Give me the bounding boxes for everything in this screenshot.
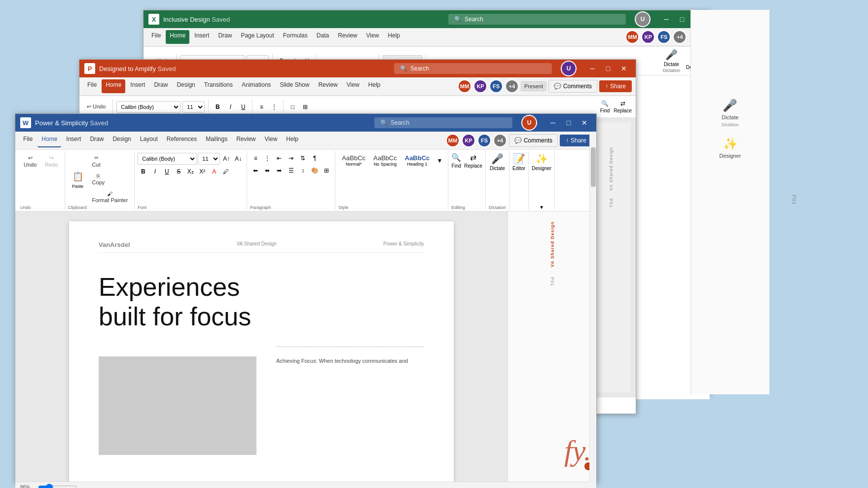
word-subscript-button[interactable]: X₂ xyxy=(185,166,196,177)
ppt-menu-view[interactable]: View xyxy=(343,79,363,93)
word-avatar-kp[interactable]: KP xyxy=(462,134,475,147)
word-menu-home[interactable]: Home xyxy=(37,134,61,147)
ppt-avatar-mm[interactable]: MM xyxy=(458,79,471,93)
word-pilcrow-button[interactable]: ¶ xyxy=(309,153,320,164)
word-styles-more[interactable]: ▼ xyxy=(434,155,445,166)
word-copy-button[interactable]: ⎘ Copy xyxy=(89,171,108,187)
word-menu-design[interactable]: Design xyxy=(108,134,135,147)
word-italic-button[interactable]: I xyxy=(149,166,160,177)
word-align-right[interactable]: ➡ xyxy=(274,165,285,176)
word-menu-review[interactable]: Review xyxy=(232,134,259,147)
excel-dictate-label[interactable]: Dictate xyxy=(664,62,679,67)
ppt-search-bar[interactable]: 🔍 Search xyxy=(394,63,552,74)
ppt-present-button[interactable]: Present xyxy=(521,81,546,91)
ppt-menu-review[interactable]: Review xyxy=(314,79,341,93)
replace-label[interactable]: Replace xyxy=(614,108,632,113)
ppt-underline-button[interactable]: U xyxy=(238,102,249,112)
word-menu-insert[interactable]: Insert xyxy=(62,134,85,147)
excel-menu-review[interactable]: Review xyxy=(334,30,361,44)
ppt-menu-design[interactable]: Design xyxy=(173,79,199,93)
word-scrollbar-thumb[interactable] xyxy=(591,147,596,187)
word-sort-button[interactable]: ⇅ xyxy=(297,153,308,164)
excel-menu-formulas[interactable]: Formulas xyxy=(279,30,312,44)
ppt-menu-slideshow[interactable]: Slide Show xyxy=(276,79,313,93)
find-label[interactable]: Find xyxy=(600,108,610,113)
ppt-font-selector[interactable]: Calibri (Body) xyxy=(116,101,181,113)
word-underline-button[interactable]: U xyxy=(161,166,172,177)
word-menu-layout[interactable]: Layout xyxy=(136,134,162,147)
word-bold-button[interactable]: B xyxy=(138,166,148,177)
word-share-button[interactable]: ↑Share xyxy=(560,135,592,146)
word-superscript-button[interactable]: X² xyxy=(197,166,208,177)
word-menu-draw[interactable]: Draw xyxy=(86,134,108,147)
excel-panel-designer[interactable]: ✨ Designer xyxy=(719,137,741,159)
word-shrink-font[interactable]: A↓ xyxy=(233,153,244,164)
ppt-menu-help[interactable]: Help xyxy=(364,79,385,93)
word-indent-button[interactable]: ⇥ xyxy=(286,153,296,164)
ppt-avatar-fs[interactable]: FS xyxy=(489,79,503,93)
word-menu-references[interactable]: References xyxy=(163,134,201,147)
ppt-avatar-kp[interactable]: KP xyxy=(473,79,487,93)
ppt-undo-button[interactable]: ↩ Undo xyxy=(83,102,109,112)
excel-menu-draw[interactable]: Draw xyxy=(214,30,236,44)
ppt-minimize-button[interactable]: ─ xyxy=(585,62,599,75)
ppt-share-button[interactable]: ↑Share xyxy=(599,80,632,92)
word-borders[interactable]: ⊞ xyxy=(321,165,332,176)
word-zoom-slider[interactable] xyxy=(38,485,77,488)
word-highlight-button[interactable]: 🖊 xyxy=(220,166,231,177)
word-grow-font[interactable]: A↑ xyxy=(221,153,232,164)
word-avatar-more[interactable]: +4 xyxy=(493,134,507,147)
word-replace-label[interactable]: Replace xyxy=(464,163,482,169)
ppt-menu-insert[interactable]: Insert xyxy=(126,79,149,93)
excel-panel-dictate[interactable]: 🎤 Dictate Dictation xyxy=(722,99,739,127)
excel-menu-home[interactable]: Home xyxy=(166,30,189,44)
word-menu-file[interactable]: File xyxy=(19,134,36,147)
ppt-bold-button[interactable]: B xyxy=(212,102,223,112)
word-editor-label[interactable]: Editor xyxy=(512,166,525,171)
ppt-close-button[interactable]: ✕ xyxy=(617,62,631,75)
word-font-selector[interactable]: Calibri (Body) xyxy=(138,153,197,165)
word-numbering-button[interactable]: ⋮ xyxy=(262,153,273,164)
word-scrollbar[interactable] xyxy=(589,132,596,483)
word-shading[interactable]: 🎨 xyxy=(309,165,320,176)
ppt-italic-button[interactable]: I xyxy=(225,102,236,112)
ppt-maximize-button[interactable]: □ xyxy=(601,62,615,75)
word-align-center[interactable]: ⬌ xyxy=(262,165,273,176)
word-align-left[interactable]: ⬅ xyxy=(250,165,261,176)
ppt-bullets-button[interactable]: ≡ xyxy=(256,102,267,112)
word-find-label[interactable]: Find xyxy=(452,163,461,169)
ppt-size-selector[interactable]: 11 xyxy=(182,101,205,113)
ppt-numbering-button[interactable]: ⋮ xyxy=(269,102,280,112)
word-redo-button[interactable]: ↪ Redo xyxy=(41,153,61,170)
word-bullets-button[interactable]: ≡ xyxy=(250,153,261,164)
word-close-button[interactable]: ✕ xyxy=(578,116,591,130)
word-size-selector[interactable]: 11 xyxy=(198,153,220,165)
maximize-button[interactable]: □ xyxy=(675,12,689,26)
ppt-user-photo[interactable]: U xyxy=(561,61,577,76)
word-undo-button[interactable]: ↩ Undo xyxy=(20,153,40,170)
ppt-menu-transitions[interactable]: Transitions xyxy=(200,79,237,93)
excel-menu-file[interactable]: File xyxy=(147,30,165,44)
excel-menu-pagelayout[interactable]: Page Layout xyxy=(237,30,278,44)
word-style-normal[interactable]: AaBbCc Normal* xyxy=(338,153,369,168)
word-format-painter-button[interactable]: 🖌 Format Painter xyxy=(89,189,132,205)
word-outdent-button[interactable]: ⇤ xyxy=(274,153,285,164)
word-line-spacing[interactable]: ↕ xyxy=(297,165,308,176)
word-comments-button[interactable]: 💬Comments xyxy=(509,134,558,147)
word-designer-label[interactable]: Designer xyxy=(532,166,551,171)
ppt-comments-button[interactable]: 💬Comments xyxy=(548,80,597,93)
word-minimize-button[interactable]: ─ xyxy=(546,116,560,130)
ppt-menu-home[interactable]: Home xyxy=(102,79,125,93)
excel-menu-view[interactable]: View xyxy=(362,30,383,44)
minimize-button[interactable]: ─ xyxy=(659,12,673,26)
word-strikethrough-button[interactable]: S xyxy=(173,166,184,177)
word-search-bar[interactable]: 🔍 Search xyxy=(374,117,512,128)
word-font-color-button[interactable]: A xyxy=(209,166,219,177)
word-dictate-label[interactable]: Dictate xyxy=(490,166,505,171)
word-menu-mailings[interactable]: Mailings xyxy=(202,134,231,147)
word-justify[interactable]: ☰ xyxy=(286,165,296,176)
excel-avatar-mm[interactable]: MM xyxy=(625,30,639,44)
word-style-nospacing[interactable]: AaBbCc No Spacing xyxy=(370,153,400,168)
word-avatar-fs[interactable]: FS xyxy=(477,134,491,147)
ppt-menu-draw[interactable]: Draw xyxy=(150,79,172,93)
